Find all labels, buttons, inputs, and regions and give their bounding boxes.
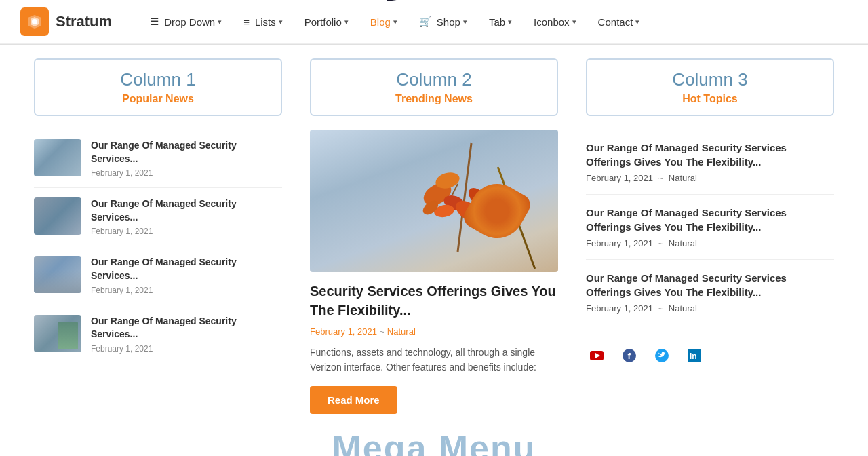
logo-svg xyxy=(25,12,44,31)
chevron-icon-iconbox: ▾ xyxy=(572,18,576,26)
chevron-icon-contact: ▾ xyxy=(635,18,639,26)
logo-icon xyxy=(20,7,49,36)
nav-label-tab: Tab xyxy=(489,16,505,28)
nav-label-portfolio: Portfolio xyxy=(304,16,342,28)
nav-items: ☰ Drop Down ▾ ≡ Lists ▾ Portfolio ▾ Blog… xyxy=(139,0,848,44)
logo[interactable]: Stratum xyxy=(20,7,112,36)
navbar: Stratum ☰ Drop Down ▾ ≡ Lists ▾ Portfoli… xyxy=(0,0,868,44)
nav-label-iconbox: Iconbox xyxy=(534,16,570,28)
nav-label-blog: Blog xyxy=(370,16,391,28)
nav-item-shop[interactable]: 🛒 Shop ▾ xyxy=(408,0,478,44)
filter-icon: ☰ xyxy=(150,16,159,28)
chevron-icon-shop: ▾ xyxy=(463,18,467,26)
nav-item-contact[interactable]: Contact ▾ xyxy=(587,0,651,44)
chevron-icon-tab: ▾ xyxy=(508,18,512,26)
nav-label-dropdown: Drop Down xyxy=(164,16,215,28)
nav-label-contact: Contact xyxy=(598,16,633,28)
nav-item-dropdown[interactable]: ☰ Drop Down ▾ xyxy=(139,0,233,44)
svg-point-0 xyxy=(32,19,37,24)
chevron-icon-portfolio: ▾ xyxy=(344,18,349,26)
nav-item-blog[interactable]: Blog ▾ xyxy=(359,0,408,44)
chevron-icon-dropdown: ▾ xyxy=(218,18,222,26)
nav-item-iconbox[interactable]: Iconbox ▾ xyxy=(523,0,587,44)
nav-label-lists: Lists xyxy=(255,16,276,28)
nav-label-shop: Shop xyxy=(437,16,460,28)
nav-item-portfolio[interactable]: Portfolio ▾ xyxy=(294,0,359,44)
nav-item-lists[interactable]: ≡ Lists ▾ xyxy=(233,0,294,44)
chevron-icon-lists: ▾ xyxy=(279,18,283,26)
cart-icon: 🛒 xyxy=(419,16,432,28)
list-icon: ≡ xyxy=(243,16,250,28)
chevron-icon-blog: ▾ xyxy=(393,18,397,26)
logo-text: Stratum xyxy=(56,13,112,31)
nav-item-tab[interactable]: Tab ▾ xyxy=(478,0,523,44)
